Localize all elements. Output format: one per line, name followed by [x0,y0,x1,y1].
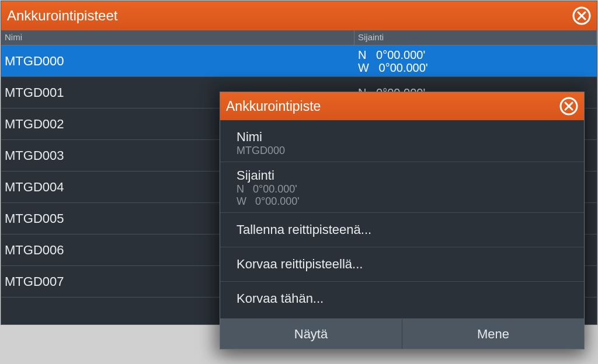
cell-location: N 0°00.000' W 0°00.000' [354,48,597,74]
replace-with-waypoint[interactable]: Korvaa reittipisteellä... [220,247,584,282]
table-row[interactable]: MTGD000 N 0°00.000' W 0°00.000' [1,46,597,77]
cell-name: MTGD000 [1,54,354,69]
location-section[interactable]: Sijainti N 0°00.000' W 0°00.000' [220,162,584,213]
close-button[interactable] [571,5,592,26]
show-button[interactable]: Näytä [220,319,402,349]
table-header: Nimi Sijainti [1,30,597,46]
close-icon [559,97,578,116]
popup-body: Nimi MTGD000 Sijainti N 0°00.000' W 0°00… [220,120,584,318]
name-section[interactable]: Nimi MTGD000 [220,124,584,162]
save-as-waypoint[interactable]: Tallenna reittipisteenä... [220,213,584,247]
location-label: Sijainti [237,168,568,183]
popup-title-bar: Ankkurointipiste [220,92,584,120]
replace-here[interactable]: Korvaa tähän... [220,282,584,316]
close-icon [572,6,591,25]
popup-footer: Näytä Mene [220,318,584,349]
window-title: Ankkurointipisteet [7,8,117,24]
column-name[interactable]: Nimi [1,30,354,45]
location-value: N 0°00.000' W 0°00.000' [237,183,568,208]
go-button[interactable]: Mene [402,319,584,349]
popup-title: Ankkurointipiste [226,99,321,114]
popup-close-button[interactable] [558,96,579,117]
anchor-point-popup: Ankkurointipiste Nimi MTGD000 Sijainti N… [220,92,585,349]
title-bar: Ankkurointipisteet [1,1,597,30]
name-label: Nimi [237,130,568,145]
column-location[interactable]: Sijainti [354,30,597,45]
name-value: MTGD000 [237,145,568,157]
